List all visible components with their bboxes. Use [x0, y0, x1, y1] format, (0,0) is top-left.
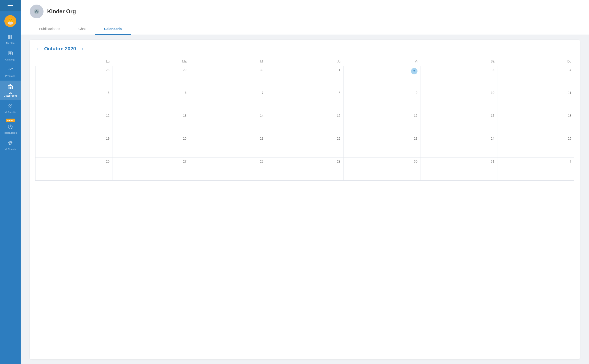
- calendar-day[interactable]: 25: [497, 135, 574, 158]
- calendar-day[interactable]: 10: [420, 89, 497, 112]
- day-number: 31: [423, 160, 494, 163]
- calendar-day[interactable]: 4: [497, 66, 574, 89]
- calendar-day[interactable]: 9: [343, 89, 420, 112]
- mi-plan-icon: [7, 34, 13, 41]
- sidebar-item-progreso[interactable]: Progreso: [0, 64, 21, 81]
- day-number: 1: [500, 160, 571, 163]
- calendar-day[interactable]: 14: [189, 112, 266, 135]
- day-number: 5: [38, 91, 110, 95]
- day-number: 12: [38, 114, 110, 117]
- calendar-day-headers: Lu Ma Mi Ju Vi Sá Do: [35, 58, 574, 66]
- sidebar-item-my-classroom-label: MyClassroom: [4, 91, 17, 97]
- calendar-day[interactable]: 29: [266, 158, 343, 181]
- calendar-week: 567891011: [35, 89, 574, 112]
- progreso-icon: [7, 67, 13, 74]
- day-header-do: Do: [497, 58, 574, 66]
- day-number: 8: [269, 91, 340, 95]
- calendar-day[interactable]: 11: [497, 89, 574, 112]
- day-number: 13: [115, 114, 186, 117]
- sidebar-nav: Mi Plan Catálogo Progreso: [0, 31, 21, 364]
- day-number: 27: [115, 160, 186, 163]
- sidebar-item-mi-plan-label: Mi Plan: [6, 42, 15, 44]
- page-header: Kinder Org: [21, 0, 589, 23]
- sidebar-item-mi-familia[interactable]: Mi Familia: [0, 100, 21, 117]
- calendar-day[interactable]: 12: [35, 112, 112, 135]
- tab-chat[interactable]: Chat: [69, 23, 95, 35]
- calendar-day[interactable]: 30: [343, 158, 420, 181]
- day-number: 21: [192, 137, 263, 140]
- calendar-day[interactable]: 19: [35, 135, 112, 158]
- calendar-day[interactable]: 30: [189, 66, 266, 89]
- day-number: 17: [423, 114, 494, 117]
- day-number: 11: [500, 91, 571, 95]
- svg-marker-10: [8, 84, 13, 86]
- calendar-day[interactable]: 1: [266, 66, 343, 89]
- day-header-lu: Lu: [35, 58, 112, 66]
- calendar-day[interactable]: 16: [343, 112, 420, 135]
- calendar-day[interactable]: 27: [112, 158, 189, 181]
- calendar-day[interactable]: 21: [189, 135, 266, 158]
- calendar-day[interactable]: 23: [343, 135, 420, 158]
- calendar-day[interactable]: 2: [343, 66, 420, 89]
- day-number: 23: [346, 137, 418, 140]
- calendar-day[interactable]: 3: [420, 66, 497, 89]
- my-classroom-icon: [7, 84, 13, 91]
- calendar-day[interactable]: 17: [420, 112, 497, 135]
- calendar-day[interactable]: 28: [35, 66, 112, 89]
- sidebar-item-indicadores[interactable]: nuevo Indicadores: [0, 117, 21, 137]
- calendar-day[interactable]: 31: [420, 158, 497, 181]
- sidebar-item-catalogo-label: Catálogo: [5, 58, 15, 61]
- hamburger-icon: [7, 4, 13, 7]
- menu-button[interactable]: [0, 0, 21, 11]
- day-number: 24: [423, 137, 494, 140]
- sidebar-item-mi-plan[interactable]: Mi Plan: [0, 31, 21, 48]
- calendar-day[interactable]: 26: [35, 158, 112, 181]
- calendar-day[interactable]: 20: [112, 135, 189, 158]
- calendar-day[interactable]: 13: [112, 112, 189, 135]
- prev-month-button[interactable]: ‹: [35, 45, 40, 52]
- calendar-day[interactable]: 18: [497, 112, 574, 135]
- sidebar-item-mi-cuenta[interactable]: Mi Cuenta: [0, 137, 21, 154]
- day-header-mi: Mi: [189, 58, 266, 66]
- calendar-week: 19202122232425: [35, 135, 574, 158]
- avatar-container: 🐣: [4, 11, 16, 31]
- sidebar-item-catalogo[interactable]: Catálogo: [0, 48, 21, 64]
- calendar-day[interactable]: 8: [266, 89, 343, 112]
- day-header-sa: Sá: [420, 58, 497, 66]
- sidebar-item-mi-familia-label: Mi Familia: [5, 111, 16, 114]
- next-month-button[interactable]: ›: [80, 45, 85, 52]
- tab-bar: Publicaciones Chat Calendario: [21, 23, 589, 35]
- svg-rect-2: [8, 37, 10, 39]
- indicadores-icon: [7, 124, 13, 130]
- day-number: 6: [115, 91, 186, 95]
- calendar-day[interactable]: 29: [112, 66, 189, 89]
- calendar-day[interactable]: 24: [420, 135, 497, 158]
- org-logo: [30, 5, 44, 18]
- tab-calendario[interactable]: Calendario: [95, 23, 131, 35]
- day-number: 19: [38, 137, 110, 140]
- calendar-week: 2829301234: [35, 66, 574, 89]
- calendar-grid: Lu Ma Mi Ju Vi Sá Do 2829301234567891011…: [35, 58, 574, 181]
- tab-publicaciones[interactable]: Publicaciones: [30, 23, 69, 35]
- svg-point-11: [9, 105, 10, 106]
- day-number: 29: [269, 160, 340, 163]
- svg-point-14: [10, 143, 11, 144]
- catalogo-icon: [7, 51, 13, 57]
- calendar-day[interactable]: 7: [189, 89, 266, 112]
- sidebar-item-indicadores-label: Indicadores: [4, 131, 17, 134]
- sidebar-item-my-classroom[interactable]: MyClassroom: [0, 81, 21, 100]
- mi-cuenta-icon: [7, 141, 13, 147]
- day-number: 7: [192, 91, 263, 95]
- calendar-week: 2627282930311: [35, 158, 574, 181]
- svg-rect-0: [8, 35, 10, 37]
- calendar-day[interactable]: 1: [497, 158, 574, 181]
- calendar-day[interactable]: 5: [35, 89, 112, 112]
- svg-rect-9: [10, 87, 11, 89]
- calendar-day[interactable]: 28: [189, 158, 266, 181]
- calendar-day[interactable]: 15: [266, 112, 343, 135]
- day-number: 15: [269, 114, 340, 117]
- calendar-day[interactable]: 6: [112, 89, 189, 112]
- svg-rect-3: [11, 37, 12, 39]
- calendar-header: ‹ Octubre 2020 ›: [35, 45, 574, 52]
- calendar-day[interactable]: 22: [266, 135, 343, 158]
